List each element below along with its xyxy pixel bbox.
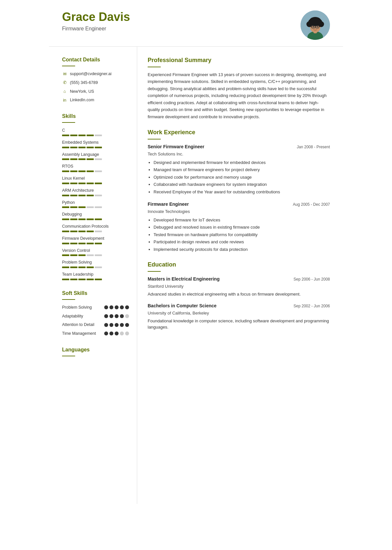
skill-bar (62, 254, 129, 256)
candidate-name: Grace Davis (62, 10, 130, 24)
skill-name: C (62, 127, 129, 134)
edu-school: Stanford University (148, 283, 330, 290)
job-header: Firmware Engineer Aug 2005 - Dec 2007 (148, 201, 330, 208)
skill-name: Version Control (62, 248, 129, 254)
main-layout: Contact Details ✉ support@cvdesigner.ai … (49, 47, 343, 504)
sidebar: Contact Details ✉ support@cvdesigner.ai … (49, 47, 137, 504)
skill-bar (62, 183, 129, 184)
skill-item: Embedded Systems (62, 139, 129, 148)
skill-bar (62, 158, 129, 160)
skill-item: Communication Protocols (62, 223, 129, 232)
skill-bar-empty (87, 254, 94, 256)
skill-bar-filled (62, 206, 69, 208)
skill-item: C (62, 127, 129, 136)
education-section: Education Masters in Electrical Engineer… (148, 260, 330, 331)
edu-dates: Sep 2002 - Jun 2006 (294, 303, 330, 309)
dot-filled (125, 323, 129, 327)
skill-bar-filled (62, 158, 69, 160)
skill-bar-filled (62, 195, 69, 196)
skill-bar-filled (70, 195, 77, 196)
contact-divider (62, 66, 75, 66)
skill-name: Embedded Systems (62, 139, 129, 146)
education-list: Masters in Electrical Engineering Sep 20… (148, 276, 330, 331)
skill-bar-filled (62, 218, 69, 220)
dot-filled (104, 314, 108, 318)
soft-skill-name: Time Management (62, 331, 96, 337)
languages-divider (62, 356, 75, 356)
job-bullet: Debugged and resolved issues in existing… (154, 224, 330, 231)
education-item: Bachelors in Computer Science Sep 2002 -… (148, 302, 330, 331)
skill-name: Assembly Language (62, 152, 129, 158)
skill-bar-filled (78, 267, 86, 268)
edu-dates: Sep 2006 - Jun 2008 (294, 276, 330, 282)
skill-bar (62, 135, 129, 136)
skill-name: Problem Solving (62, 259, 129, 266)
skill-bar-filled (70, 206, 77, 208)
contact-item: in LinkedIn.com (62, 97, 129, 103)
edu-degree: Bachelors in Computer Science (148, 302, 217, 309)
skill-item: ARM Architecture (62, 187, 129, 196)
skill-bar-filled (87, 279, 94, 280)
skill-bar-filled (78, 147, 86, 148)
contact-item: ✆ (555) 345-6789 (62, 80, 129, 86)
skill-bar-filled (70, 158, 77, 160)
dots-container (104, 323, 129, 327)
edu-header: Bachelors in Computer Science Sep 2002 -… (148, 302, 330, 309)
contact-text: NewYork, US (70, 89, 94, 95)
skill-bar-empty (95, 254, 102, 256)
skill-name: Debugging (62, 211, 129, 218)
skill-bar (62, 279, 129, 280)
skills-list: C Embedded Systems Assembly Language RTO… (62, 127, 129, 280)
soft-skills-section: Soft Skills Problem Solving Adaptability… (62, 289, 129, 337)
skill-bar-filled (95, 218, 102, 220)
edu-description: Advanced studies in electrical engineeri… (148, 291, 330, 298)
skills-divider (62, 122, 75, 123)
work-title: Work Experience (148, 128, 330, 137)
skill-bar-filled (78, 135, 86, 136)
skill-item: Linux Kernel (62, 175, 129, 184)
dot-filled (109, 323, 113, 327)
skill-bar-filled (87, 231, 94, 232)
skill-name: Python (62, 200, 129, 206)
education-item: Masters in Electrical Engineering Sep 20… (148, 276, 330, 297)
job-bullets: Designed and implemented firmware for em… (148, 159, 330, 195)
education-divider (148, 271, 161, 272)
job-dates: Jan 2008 - Present (297, 144, 330, 150)
dot-filled (115, 323, 119, 327)
skill-bar-empty (95, 267, 102, 268)
skill-bar-filled (70, 147, 77, 148)
skill-bar-filled (62, 254, 69, 256)
job-bullet: Received Employee of the Year award for … (154, 189, 330, 195)
main-content: Professional Summary Experienced Firmwar… (137, 47, 343, 504)
skill-bar-filled (95, 243, 102, 244)
skill-bar-filled (87, 170, 94, 172)
skill-bar-filled (70, 254, 77, 256)
skill-bar-filled (78, 158, 86, 160)
job-bullet: Designed and implemented firmware for em… (154, 159, 330, 166)
skills-title: Skills (62, 112, 129, 120)
dot-empty (125, 314, 129, 318)
skill-bar-filled (78, 254, 86, 256)
skill-item: RTOS (62, 163, 129, 172)
contact-text: (555) 345-6789 (70, 80, 98, 86)
skill-bar-filled (62, 135, 69, 136)
skill-bar-filled (87, 243, 94, 244)
work-divider (148, 139, 161, 139)
skill-bar-filled (87, 158, 94, 160)
skill-bar-filled (62, 147, 69, 148)
soft-skill-item: Adaptability (62, 313, 129, 319)
skill-bar-filled (78, 279, 86, 280)
svg-line-14 (319, 27, 320, 27)
contact-item: ⌂ NewYork, US (62, 89, 129, 95)
job-bullet: Optimized code for performance and memor… (154, 174, 330, 181)
dot-filled (109, 314, 113, 318)
languages-section: Languages (62, 346, 129, 356)
job-bullet: Tested firmware on hardware platforms fo… (154, 232, 330, 238)
soft-skills-list: Problem Solving Adaptability Attention t… (62, 304, 129, 337)
dot-filled (109, 332, 113, 335)
skills-section: Skills C Embedded Systems Assembly Langu… (62, 112, 129, 280)
skill-bar-filled (95, 147, 102, 148)
contact-text: LinkedIn.com (70, 97, 94, 103)
skill-bar-filled (78, 183, 86, 184)
skill-name: ARM Architecture (62, 187, 129, 194)
